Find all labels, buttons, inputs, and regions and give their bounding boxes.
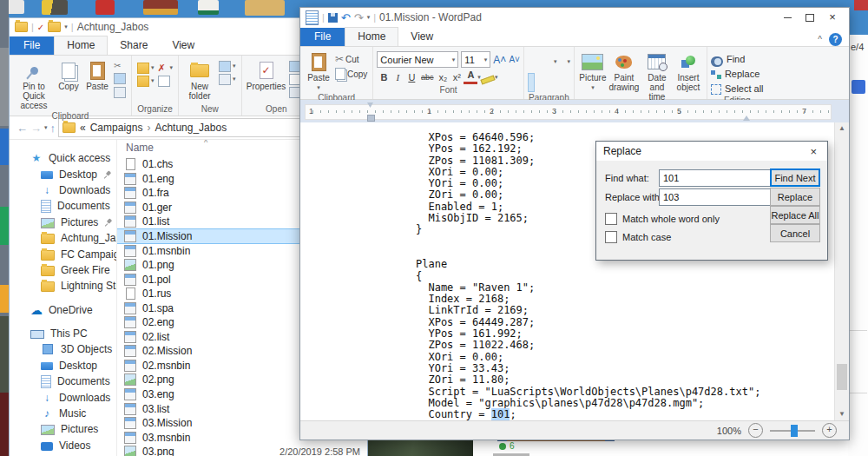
underline-button[interactable]: U	[404, 71, 418, 84]
new-folder-button[interactable]: New folder	[182, 57, 217, 101]
breadcrumb-campaigns[interactable]: Campaigns	[90, 122, 143, 134]
paste-shortcut-icon[interactable]	[114, 87, 126, 98]
qat-newfolder-icon[interactable]	[48, 22, 61, 32]
copy-to-icon[interactable]	[137, 76, 149, 87]
sidebar-item[interactable]: OneDrive	[10, 302, 116, 318]
match-case-checkbox[interactable]: Match case	[605, 231, 671, 243]
justify-icon[interactable]	[554, 73, 561, 92]
ribbon-tab[interactable]: Home	[345, 27, 398, 46]
replace-button[interactable]: Replace	[711, 68, 760, 80]
zoom-slider-thumb[interactable]	[791, 425, 798, 437]
desktop-icon[interactable]	[42, 0, 68, 15]
picture-button[interactable]: Picture▾	[578, 49, 608, 92]
redo-icon[interactable]	[354, 10, 364, 25]
vertical-scrollbar[interactable]: ▲ ▼	[834, 122, 849, 420]
file-row[interactable]: 03.png 2/20/2019 2:58 PM	[117, 445, 367, 456]
scroll-down-icon[interactable]: ▼	[835, 408, 849, 420]
sidebar-item[interactable]: Achtung_Jabos	[10, 230, 116, 246]
zoom-slider[interactable]	[770, 430, 815, 432]
replace-dialog-titlebar[interactable]: Replace ×	[596, 142, 827, 161]
align-right-icon[interactable]	[545, 73, 552, 92]
paste-button[interactable]: Paste▾	[304, 49, 333, 92]
qat-dropdown-icon[interactable]: ▾	[367, 14, 371, 21]
grow-font-icon[interactable]: A˄	[493, 54, 506, 66]
ribbon-tab[interactable]: View	[398, 28, 445, 46]
line-spacing-icon[interactable]	[558, 52, 565, 71]
increase-indent-icon[interactable]	[536, 52, 543, 71]
first-line-indent-marker[interactable]	[367, 102, 373, 108]
like-icon[interactable]	[499, 443, 506, 450]
sidebar-item[interactable]: Documents	[10, 373, 116, 389]
help-icon[interactable]: ?	[829, 33, 842, 46]
close-icon[interactable]: ×	[806, 145, 820, 158]
sidebar-item[interactable]: This PC	[10, 326, 116, 341]
decrease-indent-icon[interactable]	[528, 52, 535, 71]
sidebar-item[interactable]: 3D Objects	[10, 341, 116, 357]
strikethrough-button[interactable]: abc	[418, 71, 436, 84]
insert-object-button[interactable]: Insert object	[674, 49, 703, 92]
desktop-icon[interactable]	[95, 0, 115, 15]
font-color-button[interactable]: A	[464, 70, 477, 84]
replace-with-input[interactable]: 103	[659, 188, 779, 206]
cancel-button[interactable]: Cancel	[770, 224, 820, 242]
checkbox-icon[interactable]	[605, 231, 617, 243]
undo-icon[interactable]	[341, 10, 351, 25]
recent-locations-icon[interactable]: ▾	[44, 124, 48, 131]
delete-icon[interactable]: ✗	[158, 63, 168, 73]
sidebar-item[interactable]: Greek Fire	[10, 262, 116, 278]
highlight-button[interactable]	[480, 75, 495, 84]
up-icon[interactable]: ↑	[50, 122, 56, 135]
cut-icon[interactable]: ✂	[114, 61, 124, 70]
bold-button[interactable]: B	[377, 71, 391, 84]
ruler[interactable]: 1123457	[300, 100, 849, 122]
scroll-up-icon[interactable]: ▲	[835, 122, 849, 135]
copy-button[interactable]: Copy	[55, 57, 82, 91]
paragraph-dialog-icon[interactable]	[562, 73, 569, 92]
maximize-button[interactable]	[799, 10, 821, 25]
easy-access-icon[interactable]	[219, 74, 231, 85]
sidebar-item[interactable]: Quick access	[10, 150, 116, 166]
scrollbar-thumb[interactable]	[837, 364, 847, 390]
font-family-select[interactable]: Courier New▾	[377, 51, 458, 68]
checkbox-icon[interactable]	[605, 213, 617, 225]
ribbon-tab[interactable]: View	[160, 36, 207, 55]
forward-icon[interactable]: →	[30, 122, 42, 135]
sidebar-item[interactable]: Documents	[10, 198, 116, 214]
pin-to-quick-access-button[interactable]: Pin to Quick access	[13, 57, 55, 110]
minimize-button[interactable]	[776, 10, 799, 25]
sidebar-item[interactable]: Desktop	[10, 358, 116, 373]
new-item-icon[interactable]	[219, 61, 231, 72]
date-and-time-button[interactable]: Date and time	[641, 49, 674, 102]
back-icon[interactable]: ←	[16, 122, 28, 135]
find-button[interactable]: Find	[711, 53, 745, 65]
move-to-icon[interactable]	[137, 63, 149, 74]
sidebar-item[interactable]: Videos	[10, 438, 116, 453]
close-button[interactable]: ×	[821, 10, 844, 25]
find-what-input[interactable]: 101	[659, 169, 779, 187]
breadcrumb-chevrons[interactable]: «	[80, 122, 86, 134]
replace-all-button[interactable]: Replace All	[770, 206, 820, 224]
sidebar-item[interactable]: Pictures	[10, 215, 116, 230]
sidebar-item[interactable]: FC Campaign	[10, 246, 116, 261]
desktop-icon[interactable]	[245, 0, 285, 16]
properties-button[interactable]: ✓ Properties	[246, 57, 287, 91]
cut-button[interactable]: Cut	[345, 55, 359, 64]
save-icon[interactable]	[328, 13, 338, 23]
italic-button[interactable]: I	[391, 71, 404, 84]
replace-button[interactable]: Replace	[770, 188, 820, 206]
wordpad-titlebar[interactable]: | ▾ | 01.Mission - WordPad ×	[300, 8, 849, 27]
ribbon-tab[interactable]: Share	[108, 36, 160, 55]
align-center-icon[interactable]	[536, 73, 543, 92]
right-indent-marker[interactable]	[743, 116, 750, 121]
qat-dropdown-icon[interactable]: ▾	[64, 23, 68, 30]
sidebar-item[interactable]: Desktop	[10, 166, 116, 182]
zoom-out-button[interactable]: −	[748, 423, 763, 438]
sidebar-item[interactable]: Downloads	[10, 389, 116, 405]
qat-properties-icon[interactable]: ✓	[37, 23, 44, 32]
superscript-button[interactable]: x²	[450, 71, 464, 84]
find-next-button[interactable]: Find Next	[770, 169, 820, 187]
match-whole-word-checkbox[interactable]: Match whole word only	[605, 213, 720, 225]
select-all-button[interactable]: Select all	[711, 83, 764, 95]
sidebar-item[interactable]: Downloads	[10, 182, 116, 198]
breadcrumb-current[interactable]: Achtung_Jabos	[155, 122, 227, 134]
